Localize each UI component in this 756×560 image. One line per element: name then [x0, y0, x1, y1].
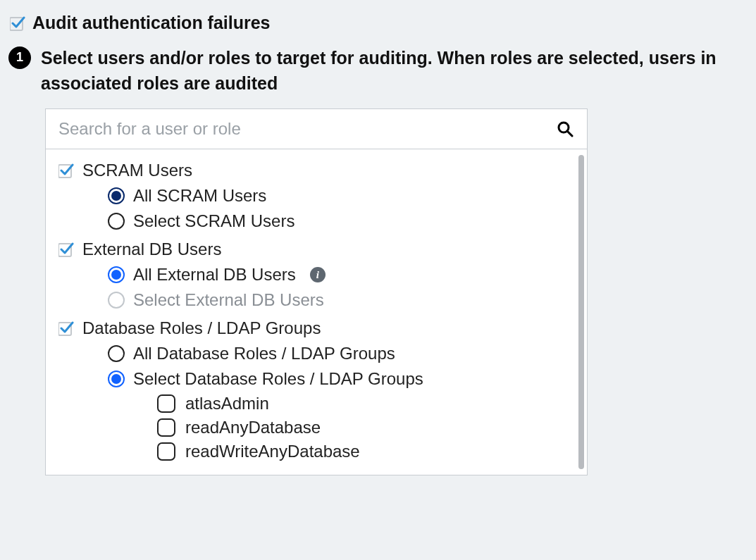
group-external-header[interactable]: External DB Users: [58, 237, 587, 262]
group-dbroles: Database Roles / LDAP Groups All Databas…: [58, 316, 587, 463]
item-atlasadmin-checkbox[interactable]: [157, 394, 175, 413]
radio-all-external-control[interactable]: [108, 266, 125, 283]
selection-panel: SCRAM Users All SCRAM Users Select SCRAM…: [45, 108, 588, 475]
radio-select-scram-control[interactable]: [108, 213, 125, 230]
radio-all-scram-label: All SCRAM Users: [133, 186, 266, 206]
scrollbar[interactable]: [578, 155, 584, 469]
radio-select-dbroles-label: Select Database Roles / LDAP Groups: [133, 369, 423, 389]
radio-all-dbroles-control[interactable]: [108, 345, 125, 362]
radio-select-external: Select External DB Users: [58, 287, 587, 313]
group-dbroles-label: Database Roles / LDAP Groups: [82, 318, 321, 338]
group-dbroles-header[interactable]: Database Roles / LDAP Groups: [58, 316, 587, 341]
radio-select-dbroles-control[interactable]: [108, 371, 125, 387]
radio-select-external-control: [108, 292, 125, 309]
audit-auth-failures-row: Audit authentication failures: [8, 8, 748, 45]
radio-all-scram-control[interactable]: [108, 187, 125, 204]
radio-all-external-label: All External DB Users: [133, 265, 296, 285]
list-container: SCRAM Users All SCRAM Users Select SCRAM…: [46, 149, 587, 475]
step-number: 1: [16, 50, 23, 65]
radio-select-external-label: Select External DB Users: [133, 290, 324, 310]
info-icon[interactable]: i: [310, 267, 326, 282]
group-scram-checkbox[interactable]: [58, 163, 74, 178]
radio-all-external[interactable]: All External DB Users i: [58, 262, 587, 287]
search-bar: [46, 109, 587, 149]
search-input[interactable]: [58, 119, 556, 139]
radio-select-scram[interactable]: Select SCRAM Users: [58, 209, 587, 234]
group-external-label: External DB Users: [82, 239, 221, 259]
audit-auth-failures-label: Audit authentication failures: [32, 11, 271, 35]
item-readwriteanydatabase[interactable]: readWriteAnyDatabase: [58, 440, 587, 463]
item-atlasadmin-label: atlasAdmin: [185, 394, 269, 413]
search-icon[interactable]: [556, 120, 574, 138]
group-dbroles-checkbox[interactable]: [58, 321, 74, 336]
step-number-badge: 1: [8, 46, 31, 69]
group-scram-header[interactable]: SCRAM Users: [58, 158, 587, 183]
item-readanydatabase-label: readAnyDatabase: [185, 418, 321, 437]
radio-select-scram-label: Select SCRAM Users: [133, 211, 295, 231]
audit-auth-failures-checkbox[interactable]: [10, 15, 25, 31]
radio-all-dbroles-label: All Database Roles / LDAP Groups: [133, 344, 395, 363]
group-external-checkbox[interactable]: [58, 242, 74, 257]
radio-all-scram[interactable]: All SCRAM Users: [58, 183, 587, 209]
group-external: External DB Users All External DB Users …: [58, 237, 587, 313]
item-readwriteanydatabase-checkbox[interactable]: [157, 442, 175, 461]
group-scram-label: SCRAM Users: [82, 161, 192, 180]
item-readanydatabase-checkbox[interactable]: [157, 418, 175, 437]
radio-all-dbroles[interactable]: All Database Roles / LDAP Groups: [58, 341, 587, 366]
item-readwriteanydatabase-label: readWriteAnyDatabase: [185, 442, 360, 461]
step-heading: Select users and/or roles to target for …: [41, 45, 748, 97]
group-scram: SCRAM Users All SCRAM Users Select SCRAM…: [58, 158, 587, 234]
radio-select-dbroles[interactable]: Select Database Roles / LDAP Groups: [58, 366, 587, 392]
item-readanydatabase[interactable]: readAnyDatabase: [58, 416, 587, 440]
step-row: 1 Select users and/or roles to target fo…: [8, 45, 748, 109]
svg-line-1: [567, 131, 572, 136]
item-atlasadmin[interactable]: atlasAdmin: [58, 392, 587, 416]
